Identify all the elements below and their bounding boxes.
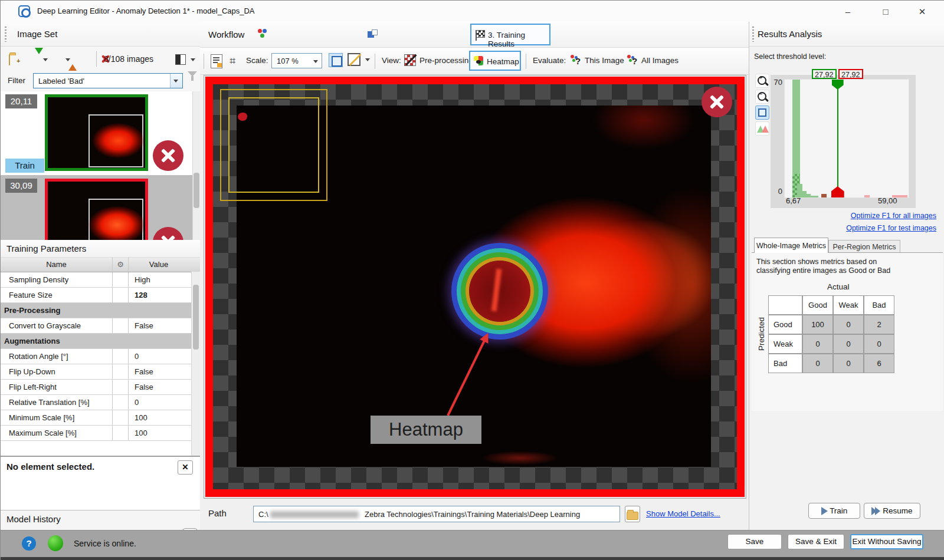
display-mode-icon[interactable] [175,54,186,65]
image-set-header-bar: Image Set [1,22,200,47]
maximize-button[interactable]: □ [873,4,899,19]
image-viewport[interactable]: Heatmap [204,75,746,499]
exit-without-saving-button[interactable]: Exit Without Saving [850,534,923,549]
threshold-handle-top[interactable] [832,80,844,90]
evaluate-this-image-button[interactable]: This Image [585,56,624,65]
matrix-cell: 6 [864,354,894,373]
hist-display-mode-button[interactable] [755,121,769,136]
filter-dropdown-button[interactable] [170,74,182,88]
results-header-bar: Results Analysis [749,22,944,47]
remove-image-button[interactable] [153,140,183,171]
scale-label: Scale: [246,56,268,65]
thumbnail-image-bad[interactable] [45,179,148,240]
filter-value: Labeled 'Bad' [38,77,84,85]
histogram-plot[interactable]: 27,92 27,92 [784,79,909,198]
resume-button[interactable]: Resume [864,503,920,519]
training-params-table: Name ⚙ Value Sampling DensityHigh Featur… [1,258,200,456]
preprocessing-icon[interactable] [404,54,416,66]
matrix-col-bad: Bad [864,295,894,315]
scale-combobox[interactable]: 107 % [271,53,322,68]
shape-tool-icon[interactable] [348,53,360,66]
path-input[interactable]: C:\ Zebra Technologies\Trainings\Trainin… [253,506,620,522]
export-dropdown-icon[interactable] [65,58,70,61]
window-bottom-edge [1,557,944,560]
image-count-label: 8/108 images [104,54,153,64]
workflow-bar: Workflow 1. Labeling Anomalies › 2. Regi… [200,22,749,48]
service-status-text: Service is online. [74,539,136,548]
matrix-row-good: Good [768,315,802,334]
param-row[interactable]: Maximum Scale [%]100 [1,426,200,441]
save-button[interactable]: Save [727,534,782,549]
col-header-value[interactable]: Value [129,258,189,272]
selection-info-box: No element selected. ✕ [1,456,200,510]
optimize-f1-all-link[interactable]: Optimize F1 for all images [851,212,936,220]
param-row[interactable]: Feature Size128 [1,288,200,303]
close-button[interactable]: ✕ [909,4,935,19]
train-button[interactable]: Train [808,503,860,519]
show-model-details-link[interactable]: Show Model Details... [646,509,720,518]
play-icon [821,507,828,515]
param-row[interactable]: Rotation Angle [°]0 [1,349,200,364]
view-label: View: [382,56,401,65]
matrix-row-bad: Bad [768,354,802,373]
param-row[interactable]: Convert to GrayscaleFalse [1,318,200,334]
gear-icon[interactable]: ⚙ [113,258,129,272]
optimize-f1-test-link[interactable]: Optimize F1 for test images [846,224,936,232]
hist-y-min: 0 [775,187,782,196]
param-row[interactable]: Flip Up-DownFalse [1,364,200,380]
tab-per-region-metrics[interactable]: Per-Region Metrics [828,240,900,253]
hist-zoom-out-button[interactable]: – [755,90,769,104]
add-images-icon[interactable]: + [9,55,10,65]
thumbnail-scrollbar[interactable] [192,91,200,240]
report-icon[interactable] [211,54,222,68]
evaluate-all-images-button[interactable]: All Images [641,56,678,65]
hist-fit-button[interactable] [755,106,769,120]
thumbnail-item[interactable]: 20,11 Train [1,91,195,174]
help-icon[interactable]: ? [22,536,36,551]
workflow-step-3[interactable]: 3. Training Results [488,31,549,48]
thumbnail-badge: 20,11 [5,94,37,108]
remove-image-button[interactable] [153,227,183,240]
thumbnail-image-good-train[interactable] [45,94,148,171]
hist-zoom-in-button[interactable]: + [755,74,769,88]
evaluate-all-images-icon: ? [627,55,638,65]
param-row[interactable]: Flip Left-RightFalse [1,380,200,395]
tab-content: This section shows metrics based on clas… [752,252,943,411]
train-tag: Train [5,159,44,173]
zoom-fit-icon[interactable] [329,53,343,67]
heatmap-button[interactable]: Heatmap [469,51,521,71]
save-exit-button[interactable]: Save & Exit [788,534,844,549]
shape-tool-dropdown-icon[interactable] [365,58,370,61]
tab-whole-image-metrics[interactable]: Whole-Image Metrics [754,238,828,253]
thumbnail-item-selected[interactable]: 30,09 [1,175,195,240]
grid-overlay-icon[interactable]: ⌗ [230,55,235,67]
matrix-row-weak: Weak [768,334,802,354]
params-scrollbar[interactable] [191,272,200,456]
import-dropdown-icon[interactable] [43,58,48,61]
roi-inner-box[interactable] [228,97,319,193]
matrix-cell: 0 [833,315,864,334]
app-icon [18,5,30,17]
param-row[interactable]: Relative Translation [%]0 [1,395,200,410]
filter-combobox[interactable]: Labeled 'Bad' [33,73,183,88]
minimize-button[interactable]: – [835,4,861,19]
scale-dropdown-icon[interactable] [313,60,318,63]
import-icon[interactable] [35,54,43,65]
workflow-step-3-box[interactable]: 3. Training Results [470,24,550,45]
browse-folder-button[interactable] [625,506,640,522]
threshold-handle-bottom[interactable] [831,186,844,197]
param-row[interactable]: Minimum Scale [%]100 [1,410,200,426]
threshold-value-red: 27,92 [838,69,863,79]
service-status-icon [48,535,63,551]
heatmap-button-label: Heatmap [487,57,519,66]
bad-label-button[interactable] [702,87,732,117]
display-mode-dropdown-icon[interactable] [191,58,195,61]
thumbnail-cap-glow [77,111,143,164]
matrix-cell: 0 [864,334,894,354]
col-header-name[interactable]: Name [1,258,113,272]
param-row[interactable]: Sampling DensityHigh [1,272,200,288]
clear-selection-button[interactable]: ✕ [178,460,193,475]
preprocessing-button[interactable]: Pre-processing [419,56,473,65]
thumbnail-list: 20,11 Train 30,09 [1,91,200,240]
selection-info-text: No element selected. [6,462,94,472]
